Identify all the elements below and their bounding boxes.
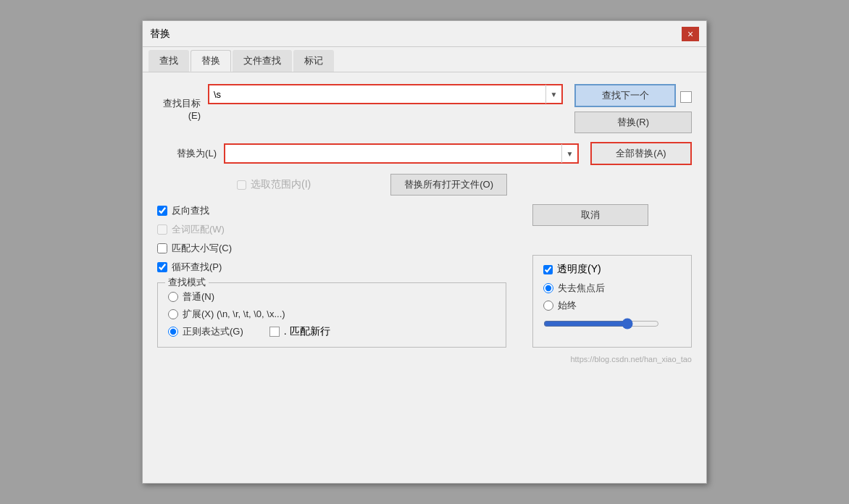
find-next-button[interactable]: 查找下一个 xyxy=(574,84,676,107)
whole-word-label: 全词匹配(W) xyxy=(172,223,225,236)
trans-always-radio[interactable] xyxy=(543,301,553,311)
replace-dropdown-arrow[interactable]: ▼ xyxy=(561,144,577,163)
mode-regex-radio[interactable] xyxy=(168,327,178,337)
trans-always-row: 始终 xyxy=(543,299,681,312)
whole-word-checkbox xyxy=(157,224,167,235)
find-input-combo: ▼ xyxy=(208,84,563,104)
replace-dialog: 替换 × 查找 替换 文件查找 标记 查找目标(E) ▼ 查找下一个 xyxy=(142,20,707,484)
mode-regex-row: 正则表达式(G) . 匹配新行 xyxy=(168,325,495,338)
transparency-section: 透明度(Y) 失去焦点后 始终 xyxy=(532,255,692,348)
mode-normal-radio[interactable] xyxy=(168,292,178,302)
mode-normal-label[interactable]: 普通(N) xyxy=(183,290,214,303)
find-mode-section: 查找模式 普通(N) 扩展(X) (\n, \r, \t, \0, \x...)… xyxy=(157,282,506,348)
in-selection-row: 选取范围内(I) 替换所有打开文件(O) xyxy=(237,174,692,196)
replace-row: 替换为(L) ▼ 全部替换(A) xyxy=(157,142,692,165)
tab-find[interactable]: 查找 xyxy=(149,50,189,72)
replace-all-open-button[interactable]: 替换所有打开文件(O) xyxy=(390,174,507,196)
transparency-slider[interactable] xyxy=(543,318,659,329)
match-case-row: 匹配大小写(C) xyxy=(157,242,506,255)
trans-always-label[interactable]: 始终 xyxy=(558,299,577,312)
replace-all-open-container: 替换所有打开文件(O) xyxy=(390,174,507,196)
loop-find-row: 循环查找(P) xyxy=(157,261,506,274)
transparency-label[interactable]: 透明度(Y) xyxy=(557,263,601,276)
mode-extended-radio[interactable] xyxy=(168,309,178,319)
watermark: https://blog.csdn.net/han_xiao_tao xyxy=(157,355,692,364)
transparency-slider-wrap xyxy=(543,318,681,329)
mode-regex-radio-row: 正则表达式(G) xyxy=(168,325,243,338)
cancel-button[interactable]: 取消 xyxy=(532,204,648,226)
new-line-check-row: . 匹配新行 xyxy=(269,325,330,338)
right-buttons-col: 查找下一个 替换(R) xyxy=(574,84,692,133)
in-selection-check-row: 选取范围内(I) xyxy=(237,178,311,191)
reverse-find-checkbox[interactable] xyxy=(157,206,167,216)
in-selection-label: 选取范围内(I) xyxy=(251,178,311,191)
transparency-check-row: 透明度(Y) xyxy=(543,263,681,276)
mode-regex-label[interactable]: 正则表达式(G) xyxy=(183,325,243,338)
find-target-row: 查找目标(E) ▼ 查找下一个 替换(R) xyxy=(157,84,692,133)
mode-normal-row: 普通(N) xyxy=(168,290,495,303)
new-line-checkbox[interactable] xyxy=(269,327,280,337)
transparency-checkbox[interactable] xyxy=(543,265,553,274)
find-mode-title: 查找模式 xyxy=(165,276,209,289)
replace-button[interactable]: 替换(R) xyxy=(574,112,692,133)
tab-replace[interactable]: 替换 xyxy=(191,50,231,72)
left-column: 反向查找 全词匹配(W) 匹配大小写(C) 循环查找(P) 查找模式 xyxy=(157,204,518,348)
trans-focus-row: 失去焦点后 xyxy=(543,282,681,295)
replace-input[interactable] xyxy=(225,145,561,162)
tab-file-find[interactable]: 文件查找 xyxy=(233,50,292,72)
whole-word-row: 全词匹配(W) xyxy=(157,223,506,236)
find-dropdown-arrow[interactable]: ▼ xyxy=(545,85,561,104)
dialog-content: 查找目标(E) ▼ 查找下一个 替换(R) 替换为(L) xyxy=(143,72,706,375)
close-button[interactable]: × xyxy=(682,27,699,41)
mode-extended-label[interactable]: 扩展(X) (\n, \r, \t, \0, \x...) xyxy=(183,308,285,321)
loop-find-checkbox[interactable] xyxy=(157,262,167,272)
replace-input-group: ▼ 全部替换(A) xyxy=(224,142,692,165)
find-next-row-btn: 查找下一个 xyxy=(574,84,692,107)
new-line-label: . 匹配新行 xyxy=(284,325,330,338)
find-next-checkbox[interactable] xyxy=(680,91,692,103)
replace-input-combo: ▼ xyxy=(224,143,579,164)
cancel-btn-row: 取消 xyxy=(532,204,692,226)
find-input-group: ▼ 查找下一个 替换(R) xyxy=(208,84,692,133)
title-bar: 替换 × xyxy=(143,21,706,47)
dialog-title: 替换 xyxy=(150,28,170,41)
trans-focus-label[interactable]: 失去焦点后 xyxy=(558,282,605,295)
find-label: 查找目标(E) xyxy=(157,97,201,121)
find-input[interactable] xyxy=(209,85,545,103)
main-columns: 反向查找 全词匹配(W) 匹配大小写(C) 循环查找(P) 查找模式 xyxy=(157,204,692,348)
match-case-label[interactable]: 匹配大小写(C) xyxy=(172,242,232,255)
replace-label: 替换为(L) xyxy=(157,147,217,160)
mode-extended-row: 扩展(X) (\n, \r, \t, \0, \x...) xyxy=(168,308,495,321)
loop-find-label[interactable]: 循环查找(P) xyxy=(172,261,222,274)
tab-mark[interactable]: 标记 xyxy=(293,50,334,72)
match-case-checkbox[interactable] xyxy=(157,243,167,253)
reverse-find-row: 反向查找 xyxy=(157,204,506,217)
replace-all-button[interactable]: 全部替换(A) xyxy=(590,142,692,165)
trans-focus-radio[interactable] xyxy=(543,283,553,293)
reverse-find-label[interactable]: 反向查找 xyxy=(172,204,209,217)
in-selection-checkbox xyxy=(237,180,246,190)
tab-bar: 查找 替换 文件查找 标记 xyxy=(143,47,706,72)
right-column: 取消 透明度(Y) 失去焦点后 始终 xyxy=(532,204,692,348)
